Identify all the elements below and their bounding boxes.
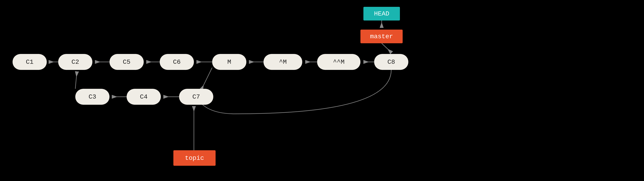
node-hatm: ^M — [264, 54, 302, 70]
svg-line-10 — [202, 68, 212, 89]
node-m: M — [212, 54, 246, 70]
node-c4: C4 — [126, 89, 161, 105]
head-label: HEAD — [364, 7, 400, 20]
node-c6: C6 — [160, 54, 194, 70]
node-c5: C5 — [110, 54, 144, 70]
topic-label: topic — [174, 150, 216, 166]
node-c3: C3 — [75, 89, 110, 105]
node-c7: C7 — [179, 89, 213, 105]
node-hhatm: ^^M — [317, 54, 360, 70]
node-c2: C2 — [58, 54, 92, 70]
svg-line-12 — [382, 43, 391, 52]
node-c8: C8 — [374, 54, 408, 70]
svg-line-7 — [75, 72, 77, 89]
diagram-container: C1 C2 C5 C6 M ^M ^^M C8 C3 C4 C7 HEAD ma… — [0, 0, 644, 181]
master-label: master — [360, 30, 403, 43]
node-c1: C1 — [12, 54, 47, 70]
